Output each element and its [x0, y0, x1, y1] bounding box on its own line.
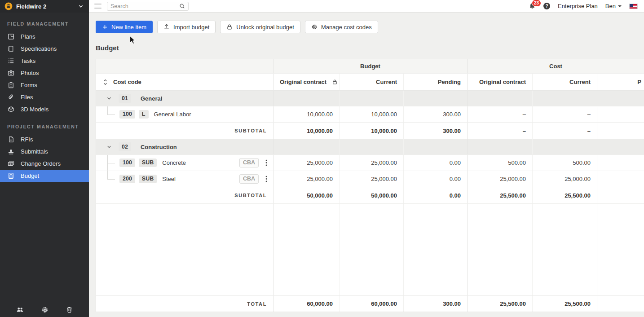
cost-code-chip: 02 — [119, 142, 131, 151]
budget-current-value[interactable]: 10,000.00 — [340, 106, 404, 122]
budget-current-value[interactable]: 25,000.00 — [340, 171, 404, 187]
fieldwire-logo-icon — [4, 2, 13, 10]
cost-original-value[interactable]: 25,000.00 — [468, 171, 533, 187]
manage-cost-codes-button[interactable]: Manage cost codes — [305, 21, 378, 33]
language-flag-icon[interactable] — [629, 4, 638, 9]
sidebar-item-budget[interactable]: Budget — [0, 170, 89, 182]
cba-tag[interactable]: CBA — [239, 158, 259, 167]
gear-icon[interactable] — [41, 306, 49, 313]
sidebar-item-submittals[interactable]: Submittals — [0, 145, 89, 158]
trash-icon[interactable] — [66, 306, 73, 313]
search-box[interactable] — [107, 2, 189, 11]
sidebar-item-label: Forms — [21, 82, 37, 88]
type-chip: SUB — [139, 175, 157, 183]
cost-code-chip: 100 — [119, 110, 135, 119]
gear-icon — [311, 24, 318, 30]
upload-icon — [163, 24, 170, 30]
search-input[interactable] — [110, 3, 179, 9]
line-item-name: Steel — [162, 176, 176, 182]
cost-code-chip: 01 — [119, 94, 131, 102]
people-icon[interactable] — [16, 306, 24, 313]
user-menu[interactable]: Ben — [605, 3, 622, 9]
budget-current-subtotal: 50,000.00 — [340, 187, 404, 203]
budget-pending-value[interactable]: 0.00 — [404, 155, 468, 171]
cba-tag[interactable]: CBA — [239, 174, 259, 184]
column-header-cost-pending[interactable]: P — [597, 74, 644, 90]
cost-code-chip: 200 — [119, 175, 135, 183]
type-chip: SUB — [139, 158, 157, 167]
group-header-cost: Cost — [468, 59, 644, 73]
budget-pending-value[interactable]: 0.00 — [404, 171, 468, 187]
chevron-down-icon[interactable] — [106, 144, 112, 150]
group-name: Construction — [141, 144, 177, 150]
cost-original-value[interactable]: – — [468, 106, 533, 122]
sidebar-item-label: Files — [21, 94, 33, 101]
cost-current-subtotal: – — [533, 123, 597, 139]
cost-current-value[interactable]: – — [533, 106, 597, 122]
column-header-budget-original[interactable]: Original contract — [280, 79, 326, 85]
table-row-group-general[interactable]: 01 General — [96, 91, 644, 106]
help-icon[interactable]: ? — [543, 3, 550, 9]
cost-current-total: 25,500.00 — [533, 296, 597, 312]
table-row-group-construction[interactable]: 02 Construction — [96, 139, 644, 155]
sort-icon[interactable] — [103, 79, 108, 85]
notifications-bell-icon[interactable]: 23 — [529, 3, 536, 10]
table-row-total: TOTAL 60,000.00 60,000.00 300.00 25,500.… — [96, 296, 644, 312]
cost-original-value[interactable]: 500.00 — [468, 155, 533, 171]
budget-icon — [7, 172, 14, 179]
unlock-original-budget-button[interactable]: Unlock original budget — [220, 21, 300, 33]
cost-current-subtotal: 25,500.00 — [533, 187, 597, 203]
budget-current-value[interactable]: 25,000.00 — [340, 155, 404, 171]
column-header-cost-code[interactable]: Cost code — [113, 79, 141, 85]
table-row-general-labor[interactable]: 100 L General Labor 10,000.00 10,000.00 … — [96, 106, 644, 123]
sidebar-item-3d-models[interactable]: 3D Models — [0, 103, 89, 115]
table-row-steel[interactable]: 200 SUB Steel CBA 25,000.00 25,000.00 0.… — [96, 171, 644, 187]
table-row-concrete[interactable]: 100 SUB Concrete CBA 25,000.00 25,000.00… — [96, 155, 644, 171]
chevron-down-icon[interactable] — [78, 4, 84, 9]
page-title: Budget — [96, 44, 644, 52]
cost-current-value[interactable]: 500.00 — [533, 155, 597, 171]
specifications-icon — [7, 45, 14, 52]
budget-original-value[interactable]: 25,000.00 — [273, 155, 340, 171]
budget-pending-subtotal: 0.00 — [404, 187, 468, 203]
search-icon[interactable] — [179, 3, 185, 9]
kebab-menu-icon[interactable] — [265, 176, 267, 182]
project-name: Fieldwire 2 — [16, 3, 46, 10]
project-switcher[interactable]: Fieldwire 2 — [0, 0, 89, 13]
sidebar-item-label: Change Orders — [21, 160, 61, 167]
tree-connector — [107, 171, 119, 187]
chevron-down-icon[interactable] — [106, 96, 112, 101]
sidebar-item-forms[interactable]: Forms — [0, 79, 89, 91]
change-orders-icon — [7, 160, 14, 167]
budget-pending-value[interactable]: 300.00 — [404, 106, 468, 122]
section-title-project-management: PROJECT MANAGEMENT — [0, 115, 89, 133]
column-header-budget-current[interactable]: Current — [340, 74, 404, 90]
sidebar-item-change-orders[interactable]: Change Orders — [0, 158, 89, 170]
sidebar-item-specifications[interactable]: Specifications — [0, 43, 89, 55]
sidebar-item-files[interactable]: Files — [0, 91, 89, 103]
sidebar-item-rfis[interactable]: RFIs — [0, 133, 89, 145]
subtotal-label: SUBTOTAL — [234, 193, 273, 198]
lock-icon[interactable] — [332, 79, 338, 85]
column-header-cost-current[interactable]: Current — [533, 74, 597, 90]
cost-original-subtotal: – — [468, 123, 533, 139]
column-header-cost-original[interactable]: Original contract — [468, 74, 533, 90]
sidebar-item-tasks[interactable]: Tasks — [0, 55, 89, 67]
sidebar-item-photos[interactable]: Photos — [0, 67, 89, 79]
kebab-menu-icon[interactable] — [265, 159, 267, 166]
hamburger-menu-icon[interactable] — [94, 4, 101, 9]
table-column-header-row: Cost code Original contract Current Pend… — [96, 74, 644, 91]
plan-label: Enterprise Plan — [558, 3, 598, 9]
table-row-subtotal-construction: SUBTOTAL 50,000.00 50,000.00 0.00 25,500… — [96, 187, 644, 204]
sidebar-item-label: Plans — [21, 33, 35, 40]
sidebar-item-label: Photos — [21, 70, 39, 76]
budget-original-value[interactable]: 25,000.00 — [273, 171, 340, 187]
plus-icon — [102, 24, 108, 30]
import-budget-button[interactable]: Import budget — [157, 21, 216, 33]
3d-models-icon — [7, 106, 14, 113]
new-line-item-button[interactable]: New line item — [96, 21, 153, 33]
column-header-budget-pending[interactable]: Pending — [404, 74, 468, 90]
budget-original-value[interactable]: 10,000.00 — [273, 106, 340, 122]
cost-current-value[interactable]: 25,000.00 — [533, 171, 597, 187]
sidebar-item-plans[interactable]: Plans — [0, 31, 89, 43]
